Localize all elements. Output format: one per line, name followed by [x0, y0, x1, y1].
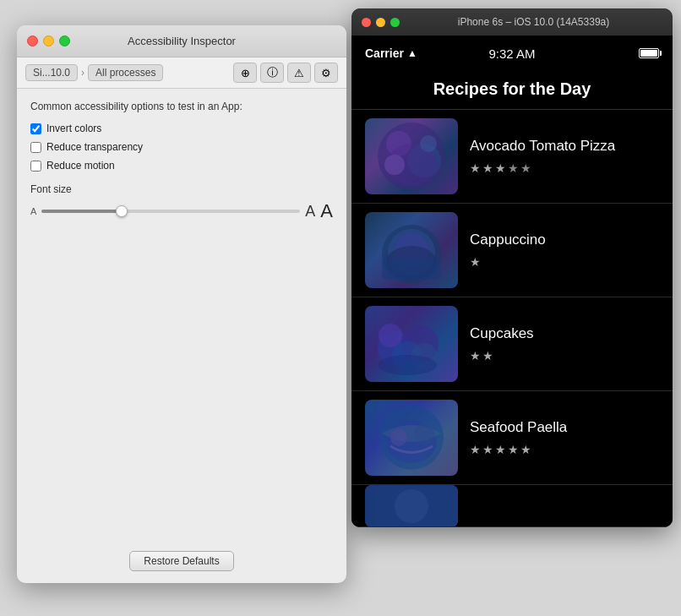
- reduce-transparency-checkbox[interactable]: [30, 142, 41, 153]
- recipe-stars-cupcakes: ★ ★: [470, 349, 659, 363]
- recipe-thumb-pizza: [365, 118, 458, 194]
- recipe-thumb-cappuccino: [365, 212, 458, 288]
- font-size-slider[interactable]: [41, 210, 300, 213]
- recipe-info-cupcakes: Cupcakes ★ ★: [470, 325, 659, 363]
- iphone-close-button[interactable]: [362, 18, 371, 27]
- window-title: Accessibility Inspector: [128, 35, 236, 47]
- reduce-transparency-row: Reduce transparency: [30, 141, 333, 153]
- cupcakes-image: [365, 306, 458, 382]
- inspector-body: Common accessibility options to test in …: [17, 89, 346, 542]
- settings-icon-button[interactable]: ⚙: [314, 63, 338, 83]
- font-size-large-icon: A: [320, 200, 333, 222]
- maximize-button[interactable]: [59, 35, 70, 46]
- ios-nav-title: Recipes for the Day: [365, 79, 659, 99]
- font-size-small-icon: A: [30, 206, 36, 216]
- reduce-motion-checkbox[interactable]: [30, 161, 41, 172]
- star-2: ★: [482, 161, 493, 175]
- recipe-item-partial[interactable]: [351, 485, 673, 527]
- toolbar-icons: ⊕ ⓘ ⚠ ⚙: [233, 63, 338, 83]
- recipe-item-cappuccino[interactable]: Cappuccino ★: [351, 204, 673, 297]
- pizza-image: [365, 118, 458, 194]
- star-1: ★: [470, 349, 481, 363]
- recipe-thumb-cupcakes: [365, 306, 458, 382]
- svg-point-22: [395, 489, 428, 523]
- iphone-maximize-button[interactable]: [390, 18, 400, 27]
- star-4: ★: [508, 443, 519, 456]
- svg-point-16: [378, 355, 437, 375]
- minimize-button[interactable]: [43, 35, 54, 46]
- warning-icon-button[interactable]: ⚠: [287, 63, 311, 83]
- status-carrier: Carrier ▲: [365, 46, 417, 60]
- ios-navbar: Recipes for the Day: [351, 71, 673, 110]
- recipe-info-paella: Seafood Paella ★ ★ ★ ★ ★: [470, 419, 659, 456]
- info-icon-button[interactable]: ⓘ: [260, 63, 284, 83]
- breadcrumb-separator: ›: [81, 67, 84, 79]
- star-4: ★: [508, 161, 519, 175]
- status-time: 9:32 AM: [488, 46, 535, 61]
- svg-point-14: [379, 324, 402, 347]
- recipe-thumb-partial: [365, 485, 458, 527]
- svg-point-5: [420, 135, 437, 152]
- recipe-item-pizza[interactable]: Avocado Tomato Pizza ★ ★ ★ ★ ★: [351, 110, 673, 204]
- options-label: Common accessibility options to test in …: [30, 101, 333, 112]
- recipe-item-paella[interactable]: Seafood Paella ★ ★ ★ ★ ★: [351, 391, 673, 485]
- recipe-stars-paella: ★ ★ ★ ★ ★: [470, 443, 659, 456]
- star-3: ★: [495, 443, 506, 456]
- iphone-simulator-window: iPhone 6s – iOS 10.0 (14A5339a) Carrier …: [351, 8, 673, 527]
- paella-image: [365, 400, 458, 476]
- reduce-transparency-label[interactable]: Reduce transparency: [46, 141, 143, 153]
- star-1: ★: [470, 255, 481, 269]
- ios-statusbar: Carrier ▲ 9:32 AM: [351, 35, 673, 71]
- recipe-name-pizza: Avocado Tomato Pizza: [470, 138, 659, 155]
- recipe-list: Avocado Tomato Pizza ★ ★ ★ ★ ★: [351, 110, 673, 527]
- star-5: ★: [520, 443, 531, 456]
- font-slider-row: A A A: [30, 200, 333, 222]
- traffic-lights: [27, 35, 70, 46]
- restore-defaults-row: Restore Defaults: [17, 542, 346, 583]
- star-2: ★: [482, 349, 493, 363]
- svg-point-19: [390, 429, 407, 446]
- star-3: ★: [495, 161, 506, 175]
- svg-point-20: [414, 423, 434, 444]
- recipe-name-cupcakes: Cupcakes: [470, 325, 659, 342]
- close-button[interactable]: [27, 35, 38, 46]
- recipe-stars-pizza: ★ ★ ★ ★ ★: [470, 161, 659, 175]
- invert-colors-row: Invert colors: [30, 123, 333, 134]
- status-battery: [639, 48, 659, 58]
- inspector-titlebar: Accessibility Inspector: [17, 25, 346, 57]
- invert-colors-label[interactable]: Invert colors: [46, 123, 101, 134]
- star-1: ★: [470, 443, 481, 456]
- reduce-motion-row: Reduce motion: [30, 160, 333, 172]
- recipe-info-pizza: Avocado Tomato Pizza ★ ★ ★ ★ ★: [470, 138, 659, 175]
- battery-fill: [640, 50, 657, 57]
- invert-colors-checkbox[interactable]: [30, 123, 41, 134]
- recipe-info-cappuccino: Cappuccino ★: [470, 232, 659, 269]
- breadcrumb-processes[interactable]: All processes: [88, 64, 163, 81]
- inspector-toolbar: Si...10.0 › All processes ⊕ ⓘ ⚠ ⚙: [17, 57, 346, 89]
- recipe-stars-cappuccino: ★: [470, 255, 659, 269]
- battery-icon: [639, 48, 659, 58]
- recipe-name-paella: Seafood Paella: [470, 419, 659, 436]
- font-size-label: Font size: [30, 183, 333, 195]
- recipe-item-cupcakes[interactable]: Cupcakes ★ ★: [351, 297, 673, 391]
- recipe-thumb-paella: [365, 400, 458, 476]
- font-size-section: Font size A A A: [30, 183, 333, 222]
- font-size-medium-icon: A: [305, 203, 315, 221]
- restore-defaults-button[interactable]: Restore Defaults: [129, 551, 233, 571]
- breadcrumb: Si...10.0 › All processes: [25, 64, 228, 81]
- wifi-icon: ▲: [407, 47, 417, 59]
- star-5: ★: [520, 161, 531, 175]
- iphone-titlebar: iPhone 6s – iOS 10.0 (14A5339a): [351, 8, 673, 35]
- iphone-minimize-button[interactable]: [376, 18, 385, 27]
- cappuccino-image: [365, 212, 458, 288]
- star-2: ★: [482, 443, 493, 456]
- iphone-window-title: iPhone 6s – iOS 10.0 (14A5339a): [458, 16, 609, 28]
- reduce-motion-label[interactable]: Reduce motion: [46, 160, 115, 172]
- star-1: ★: [470, 161, 481, 175]
- target-icon-button[interactable]: ⊕: [233, 63, 257, 83]
- svg-point-4: [384, 155, 405, 175]
- inspector-window: Accessibility Inspector Si...10.0 › All …: [17, 25, 346, 583]
- svg-rect-10: [382, 259, 441, 280]
- recipe-name-cappuccino: Cappuccino: [470, 232, 659, 248]
- breadcrumb-simulator[interactable]: Si...10.0: [25, 64, 78, 81]
